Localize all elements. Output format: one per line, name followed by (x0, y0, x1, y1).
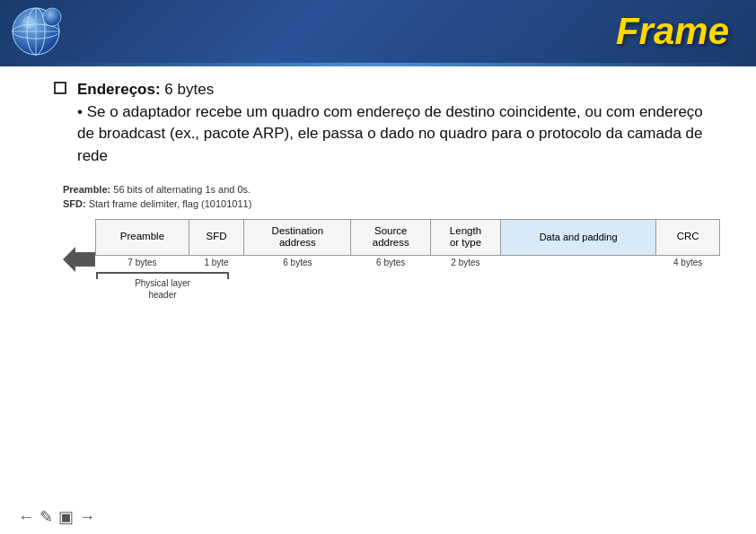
diagram-notes: Preamble: 56 bits of alternating 1s and … (63, 182, 720, 212)
crc-cell: CRC (656, 219, 720, 256)
bullet-text: Endereços: 6 bytes • Se o adaptador rece… (77, 79, 720, 168)
dest-addr-cell: Destinationaddress (244, 219, 351, 256)
nav-home-icon[interactable]: ▣ (58, 507, 74, 527)
src-bytes: 6 bytes (351, 256, 431, 271)
frame-table-container: Preamble SFD Destinationaddress Sourcead… (95, 219, 720, 302)
svg-point-6 (43, 8, 61, 26)
bracket-area: Physical layerheader (95, 272, 230, 301)
globe-icon (9, 4, 63, 58)
enderecos-label: Endereços: (77, 81, 161, 98)
enderecos-bytes: 6 bytes (161, 81, 215, 98)
bullet-body: • Se o adaptador recebe um quadro com en… (77, 103, 703, 164)
svg-point-5 (22, 16, 35, 29)
left-arrow-icon (63, 243, 95, 276)
sfd-note-text: Start frame delimiter, flag (10101011) (86, 198, 252, 209)
diagram-area: Preamble: 56 bits of alternating 1s and … (63, 182, 720, 302)
nav-edit-icon[interactable]: ✎ (40, 507, 53, 527)
length-type-cell: Lengthor type (431, 219, 501, 256)
dest-bytes: 6 bytes (244, 256, 351, 271)
phys-layer-label-area: Physical layerheader (95, 272, 720, 301)
page-title: Frame (616, 10, 729, 53)
bracket-line (96, 272, 229, 274)
bottom-nav: ← ✎ ▣ → (18, 507, 95, 527)
preamble-cell: Preamble (96, 219, 189, 256)
crc-bytes: 4 bytes (656, 256, 720, 271)
sfd-cell: SFD (189, 219, 243, 256)
nav-back-icon[interactable]: ← (18, 508, 34, 527)
preamble-note-text: 56 bits of alternating 1s and 0s. (110, 184, 251, 195)
bullet-section: Endereços: 6 bytes • Se o adaptador rece… (54, 79, 720, 168)
checkbox-icon (54, 82, 66, 94)
sfd-bytes: 1 byte (189, 256, 243, 271)
preamble-note-label: Preamble: (63, 184, 110, 195)
preamble-bytes: 7 bytes (96, 256, 189, 271)
globe-icon-area (9, 4, 72, 63)
phys-layer-label: Physical layerheader (135, 277, 190, 301)
frame-wrapper: Preamble SFD Destinationaddress Sourcead… (63, 219, 720, 302)
data-bytes (500, 256, 655, 271)
src-addr-cell: Sourceaddress (351, 219, 431, 256)
svg-marker-7 (63, 247, 95, 272)
frame-header-row: Preamble SFD Destinationaddress Sourcead… (96, 219, 720, 256)
lt-bytes: 2 bytes (431, 256, 501, 271)
sfd-note-label: SFD: (63, 198, 86, 209)
frame-bytes-row: 7 bytes 1 byte 6 bytes 6 bytes 2 bytes 4… (96, 256, 720, 271)
nav-forward-icon[interactable]: → (79, 508, 95, 527)
data-padding-cell: Data and padding (500, 219, 655, 256)
header: Frame (0, 0, 756, 63)
main-content: Endereços: 6 bytes • Se o adaptador rece… (0, 63, 756, 498)
frame-table: Preamble SFD Destinationaddress Sourcead… (95, 219, 720, 271)
